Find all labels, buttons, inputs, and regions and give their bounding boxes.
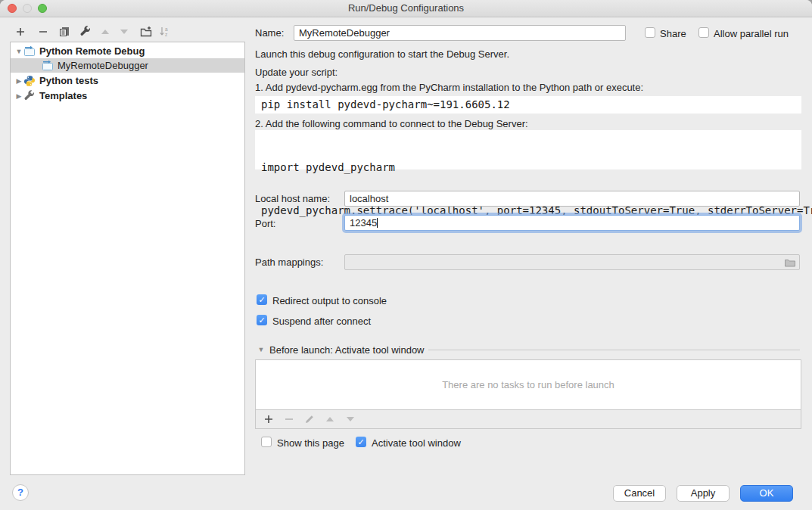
instruction-step-1: 1. Add pydevd-pycharm.egg from the PyCha…: [255, 82, 643, 93]
redirect-output-checkbox[interactable]: [257, 294, 267, 305]
tree-item-label: Templates: [39, 90, 87, 101]
new-folder-icon: [140, 26, 152, 38]
svg-text:a: a: [165, 26, 168, 32]
allow-parallel-run-checkbox[interactable]: [698, 27, 709, 38]
path-mappings-label: Path mappings:: [255, 257, 323, 268]
settrace-code-block: import pydevd_pycharm pydevd_pycharm.set…: [255, 130, 801, 169]
svg-text:z: z: [165, 32, 167, 37]
run-debug-configurations-dialog: Run/Debug Configurations az ▼ Python Rem…: [0, 0, 812, 510]
tree-item-label: Python tests: [39, 75, 98, 86]
pip-install-code: pip install pydevd-pycharm~=191.6605.12: [255, 96, 801, 114]
add-configuration-button[interactable]: [14, 26, 26, 40]
remote-debug-config-icon: [23, 45, 36, 58]
section-divider: [428, 350, 800, 350]
create-folder-button[interactable]: [140, 26, 152, 40]
sort-configurations-button[interactable]: az: [159, 26, 171, 40]
empty-task-list-text: There are no tasks to run before launch: [442, 379, 614, 390]
share-checkbox[interactable]: [645, 27, 655, 38]
edit-task-button pencil-icon[interactable]: [303, 413, 316, 425]
before-launch-task-list[interactable]: There are no tasks to run before launch: [255, 359, 801, 410]
path-mappings-input[interactable]: [344, 254, 800, 270]
show-this-page-checkbox[interactable]: [261, 437, 272, 447]
instruction-line-2: Update your script:: [255, 67, 338, 78]
chevron-down-icon[interactable]: ▼: [14, 48, 23, 55]
remove-configuration-button[interactable]: [37, 26, 49, 40]
remote-debug-config-icon: [42, 60, 54, 72]
python-icon: [23, 75, 36, 87]
window-title: Run/Debug Configurations: [0, 2, 812, 14]
instruction-step-2: 2. Add the following command to connect …: [255, 118, 528, 129]
suspend-after-connect-label: Suspend after connect: [272, 316, 371, 327]
suspend-after-connect-checkbox[interactable]: [257, 315, 267, 325]
title-bar: Run/Debug Configurations: [0, 0, 812, 17]
instruction-line-1: Launch this debug configuration to start…: [255, 48, 509, 60]
wrench-icon: [23, 90, 36, 102]
cancel-button[interactable]: Cancel: [613, 485, 666, 502]
move-task-up-button triangle-up-icon[interactable]: [324, 413, 336, 425]
sort-az-icon: az: [159, 26, 171, 38]
text-caret: [377, 218, 378, 228]
remove-task-button minus-icon[interactable]: [283, 413, 295, 425]
allow-parallel-run-label: Allow parallel run: [714, 28, 789, 39]
activate-tool-window-label: Activate tool window: [372, 437, 461, 449]
chevron-right-icon[interactable]: ▶: [14, 92, 23, 100]
move-up-button[interactable]: [99, 26, 111, 40]
triangle-up-icon: [99, 26, 111, 38]
move-down-button[interactable]: [118, 26, 130, 40]
add-task-button plus-icon[interactable]: [263, 413, 275, 425]
activate-tool-window-checkbox[interactable]: [356, 437, 366, 447]
tree-item-python-remote-debug[interactable]: ▼ Python Remote Debug: [11, 44, 244, 58]
apply-button[interactable]: Apply: [677, 485, 730, 502]
name-label: Name:: [255, 27, 284, 39]
ok-button[interactable]: OK: [740, 485, 793, 502]
port-input[interactable]: 12345: [344, 215, 800, 231]
help-button[interactable]: ?: [12, 484, 29, 501]
show-this-page-label: Show this page: [277, 437, 344, 449]
before-launch-header: Before launch: Activate tool window: [269, 344, 425, 356]
move-task-down-button triangle-down-icon[interactable]: [344, 413, 356, 425]
question-mark-icon: ?: [17, 487, 23, 498]
triangle-down-icon: [118, 26, 130, 38]
redirect-output-label: Redirect output to console: [272, 295, 387, 306]
copy-icon: [58, 26, 70, 38]
plus-icon: [14, 26, 26, 38]
code-line-import: import pydevd_pycharm: [261, 160, 795, 175]
before-launch-collapse-icon[interactable]: ▼: [257, 346, 266, 353]
before-launch-toolbar: [255, 410, 801, 429]
port-label: Port:: [255, 218, 275, 229]
configuration-tree: ▼ Python Remote Debug MyRemoteDebugger ▶…: [10, 42, 245, 475]
share-label: Share: [660, 28, 686, 39]
tree-item-label: Python Remote Debug: [39, 45, 145, 57]
tree-item-myremotedebugger[interactable]: MyRemoteDebugger: [11, 58, 244, 73]
wrench-icon: [79, 26, 92, 38]
browse-folder-icon[interactable]: [784, 257, 796, 269]
tree-item-label: MyRemoteDebugger: [58, 60, 148, 71]
chevron-right-icon[interactable]: ▶: [14, 77, 23, 85]
tree-item-python-tests[interactable]: ▶ Python tests: [11, 73, 244, 88]
minus-icon: [37, 26, 49, 38]
tree-item-templates[interactable]: ▶ Templates: [11, 89, 244, 103]
local-host-name-input[interactable]: localhost: [344, 191, 800, 207]
copy-configuration-button[interactable]: [58, 26, 70, 40]
local-host-name-label: Local host name:: [255, 193, 330, 204]
name-input[interactable]: MyRemoteDebugger: [294, 25, 626, 41]
edit-defaults-button[interactable]: [79, 26, 92, 40]
